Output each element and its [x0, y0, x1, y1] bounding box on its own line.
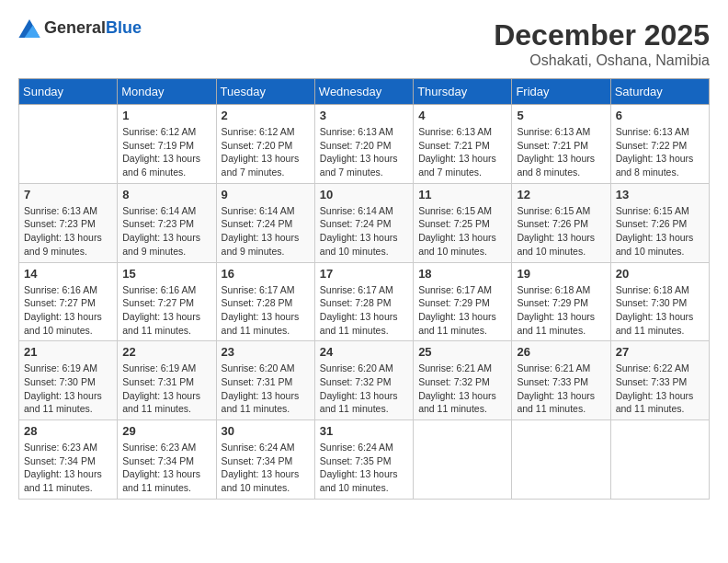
day-number: 31 — [320, 424, 408, 438]
day-info: Sunrise: 6:12 AM Sunset: 7:19 PM Dayligh… — [122, 125, 210, 179]
day-info: Sunrise: 6:15 AM Sunset: 7:26 PM Dayligh… — [517, 204, 605, 259]
calendar-cell: 21Sunrise: 6:19 AM Sunset: 7:30 PM Dayli… — [19, 341, 118, 420]
day-number: 7 — [24, 188, 112, 201]
day-info: Sunrise: 6:21 AM Sunset: 7:33 PM Dayligh… — [517, 362, 605, 416]
day-info: Sunrise: 6:17 AM Sunset: 7:28 PM Dayligh… — [222, 283, 310, 338]
calendar-cell: 14Sunrise: 6:16 AM Sunset: 7:27 PM Dayli… — [19, 262, 118, 341]
day-number: 4 — [418, 109, 506, 122]
day-info: Sunrise: 6:22 AM Sunset: 7:33 PM Dayligh… — [616, 362, 704, 416]
day-number: 9 — [222, 188, 310, 201]
day-number: 23 — [222, 345, 310, 359]
calendar-cell: 30Sunrise: 6:24 AM Sunset: 7:34 PM Dayli… — [216, 420, 314, 500]
calendar-cell: 26Sunrise: 6:21 AM Sunset: 7:33 PM Dayli… — [512, 341, 610, 420]
calendar-cell: 31Sunrise: 6:24 AM Sunset: 7:35 PM Dayli… — [314, 420, 413, 500]
calendar-cell: 10Sunrise: 6:14 AM Sunset: 7:24 PM Dayli… — [314, 183, 413, 262]
day-number: 10 — [320, 188, 408, 201]
day-info: Sunrise: 6:23 AM Sunset: 7:34 PM Dayligh… — [122, 441, 210, 495]
day-number: 12 — [517, 188, 605, 201]
header-tuesday: Tuesday — [216, 79, 314, 105]
title-block: December 2025 Oshakati, Oshana, Namibia — [494, 18, 710, 69]
calendar-cell: 5Sunrise: 6:13 AM Sunset: 7:21 PM Daylig… — [512, 105, 610, 184]
day-number: 26 — [517, 345, 605, 359]
day-number: 17 — [320, 267, 408, 281]
day-number: 11 — [418, 188, 506, 201]
day-number: 18 — [418, 267, 506, 281]
calendar-cell — [414, 420, 512, 500]
logo-blue: Blue — [106, 18, 142, 37]
calendar-cell: 1Sunrise: 6:12 AM Sunset: 7:19 PM Daylig… — [118, 105, 216, 184]
calendar-cell: 27Sunrise: 6:22 AM Sunset: 7:33 PM Dayli… — [610, 341, 709, 420]
day-number: 28 — [24, 424, 112, 438]
day-number: 24 — [320, 345, 408, 359]
calendar-week-4: 21Sunrise: 6:19 AM Sunset: 7:30 PM Dayli… — [19, 341, 710, 420]
calendar-cell: 2Sunrise: 6:12 AM Sunset: 7:20 PM Daylig… — [216, 105, 314, 184]
day-number: 27 — [616, 345, 704, 359]
day-info: Sunrise: 6:23 AM Sunset: 7:34 PM Dayligh… — [24, 441, 112, 495]
calendar-table: SundayMondayTuesdayWednesdayThursdayFrid… — [18, 78, 710, 500]
day-info: Sunrise: 6:13 AM Sunset: 7:20 PM Dayligh… — [320, 125, 408, 179]
day-number: 16 — [222, 267, 310, 281]
calendar-cell: 16Sunrise: 6:17 AM Sunset: 7:28 PM Dayli… — [216, 262, 314, 341]
calendar-cell — [610, 420, 709, 500]
day-number: 13 — [616, 188, 704, 201]
logo-general: General — [44, 18, 106, 37]
header-saturday: Saturday — [610, 79, 709, 105]
day-number: 25 — [418, 345, 506, 359]
calendar-cell: 24Sunrise: 6:20 AM Sunset: 7:32 PM Dayli… — [314, 341, 413, 420]
day-info: Sunrise: 6:18 AM Sunset: 7:29 PM Dayligh… — [517, 283, 605, 338]
calendar-cell: 20Sunrise: 6:18 AM Sunset: 7:30 PM Dayli… — [610, 262, 709, 341]
day-number: 8 — [122, 188, 210, 201]
calendar-cell: 12Sunrise: 6:15 AM Sunset: 7:26 PM Dayli… — [512, 183, 610, 262]
calendar-cell: 3Sunrise: 6:13 AM Sunset: 7:20 PM Daylig… — [314, 105, 413, 184]
day-number: 2 — [222, 109, 310, 122]
calendar-cell: 13Sunrise: 6:15 AM Sunset: 7:26 PM Dayli… — [610, 183, 709, 262]
day-number: 29 — [122, 424, 210, 438]
calendar-cell: 11Sunrise: 6:15 AM Sunset: 7:25 PM Dayli… — [414, 183, 512, 262]
calendar-cell: 7Sunrise: 6:13 AM Sunset: 7:23 PM Daylig… — [19, 183, 118, 262]
day-info: Sunrise: 6:14 AM Sunset: 7:24 PM Dayligh… — [320, 204, 408, 259]
calendar-cell: 28Sunrise: 6:23 AM Sunset: 7:34 PM Dayli… — [19, 420, 118, 500]
calendar-week-5: 28Sunrise: 6:23 AM Sunset: 7:34 PM Dayli… — [19, 420, 710, 500]
header-wednesday: Wednesday — [314, 79, 413, 105]
day-number: 20 — [616, 267, 704, 281]
day-info: Sunrise: 6:24 AM Sunset: 7:34 PM Dayligh… — [222, 441, 310, 495]
day-info: Sunrise: 6:19 AM Sunset: 7:31 PM Dayligh… — [122, 362, 210, 416]
day-number: 15 — [122, 267, 210, 281]
calendar-cell: 22Sunrise: 6:19 AM Sunset: 7:31 PM Dayli… — [118, 341, 216, 420]
calendar-cell: 19Sunrise: 6:18 AM Sunset: 7:29 PM Dayli… — [512, 262, 610, 341]
logo-icon — [18, 19, 40, 38]
day-info: Sunrise: 6:21 AM Sunset: 7:32 PM Dayligh… — [418, 362, 506, 416]
calendar-cell — [19, 105, 118, 184]
calendar-cell: 17Sunrise: 6:17 AM Sunset: 7:28 PM Dayli… — [314, 262, 413, 341]
day-number: 21 — [24, 345, 112, 359]
header-thursday: Thursday — [414, 79, 512, 105]
day-info: Sunrise: 6:24 AM Sunset: 7:35 PM Dayligh… — [320, 441, 408, 495]
calendar-cell: 18Sunrise: 6:17 AM Sunset: 7:29 PM Dayli… — [414, 262, 512, 341]
calendar-cell: 6Sunrise: 6:13 AM Sunset: 7:22 PM Daylig… — [610, 105, 709, 184]
calendar-cell: 15Sunrise: 6:16 AM Sunset: 7:27 PM Dayli… — [118, 262, 216, 341]
calendar-cell: 29Sunrise: 6:23 AM Sunset: 7:34 PM Dayli… — [118, 420, 216, 500]
day-info: Sunrise: 6:16 AM Sunset: 7:27 PM Dayligh… — [24, 283, 112, 338]
page-header: GeneralBlue December 2025 Oshakati, Osha… — [18, 18, 710, 69]
calendar-cell — [512, 420, 610, 500]
header-monday: Monday — [118, 79, 216, 105]
header-friday: Friday — [512, 79, 610, 105]
day-number: 5 — [517, 109, 605, 122]
day-info: Sunrise: 6:17 AM Sunset: 7:29 PM Dayligh… — [418, 283, 506, 338]
calendar-cell: 9Sunrise: 6:14 AM Sunset: 7:24 PM Daylig… — [216, 183, 314, 262]
day-info: Sunrise: 6:14 AM Sunset: 7:23 PM Dayligh… — [122, 204, 210, 259]
calendar-cell: 4Sunrise: 6:13 AM Sunset: 7:21 PM Daylig… — [414, 105, 512, 184]
day-info: Sunrise: 6:14 AM Sunset: 7:24 PM Dayligh… — [222, 204, 310, 259]
header-sunday: Sunday — [19, 79, 118, 105]
day-info: Sunrise: 6:13 AM Sunset: 7:23 PM Dayligh… — [24, 204, 112, 259]
day-info: Sunrise: 6:16 AM Sunset: 7:27 PM Dayligh… — [122, 283, 210, 338]
calendar-week-3: 14Sunrise: 6:16 AM Sunset: 7:27 PM Dayli… — [19, 262, 710, 341]
calendar-cell: 8Sunrise: 6:14 AM Sunset: 7:23 PM Daylig… — [118, 183, 216, 262]
logo: GeneralBlue — [18, 18, 142, 38]
day-info: Sunrise: 6:15 AM Sunset: 7:25 PM Dayligh… — [418, 204, 506, 259]
calendar-header-row: SundayMondayTuesdayWednesdayThursdayFrid… — [19, 79, 710, 105]
location-subtitle: Oshakati, Oshana, Namibia — [494, 52, 710, 69]
day-info: Sunrise: 6:13 AM Sunset: 7:21 PM Dayligh… — [418, 125, 506, 179]
day-number: 19 — [517, 267, 605, 281]
day-info: Sunrise: 6:19 AM Sunset: 7:30 PM Dayligh… — [24, 362, 112, 416]
